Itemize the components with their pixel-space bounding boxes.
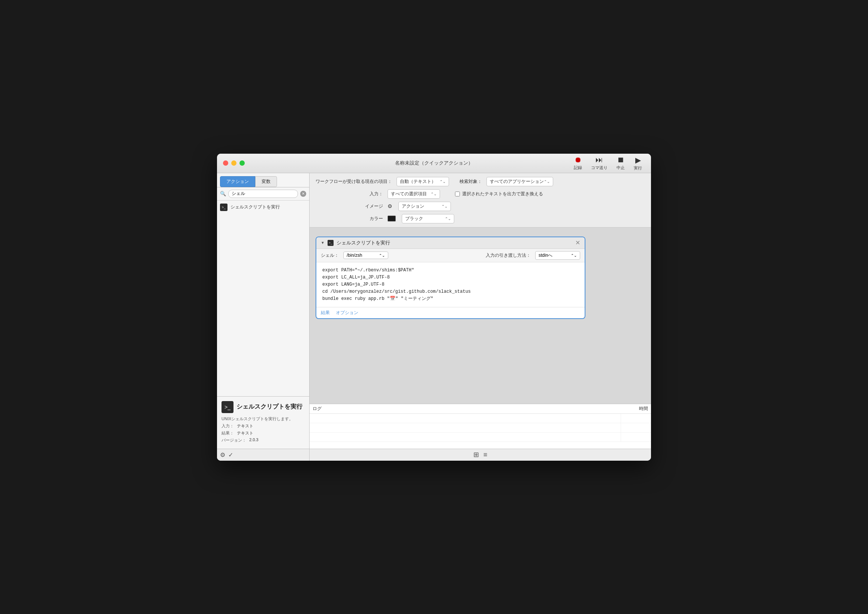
- shell-chevron: ⌃⌄: [379, 253, 385, 257]
- log-label: ログ: [313, 406, 618, 412]
- script-config-row: シェル： /bin/zsh ⌃⌄ 入力の引き渡し方法： stdinへ ⌃⌄: [316, 249, 585, 262]
- search-bar: 🔍 ✕: [217, 188, 309, 200]
- input-value: テキスト: [237, 423, 253, 429]
- config-row-4: カラー ブラック ⌃⌄: [316, 214, 645, 223]
- record-label: 記録: [574, 165, 582, 171]
- version-label: バージョン：: [222, 437, 246, 443]
- sidebar-tabs: アクション 変数: [217, 173, 309, 188]
- minimize-button[interactable]: [231, 160, 237, 166]
- config-row-3: イメージ ⚙ アクション ⌃⌄: [316, 202, 645, 211]
- input-method-value: stdinへ: [539, 252, 552, 259]
- log-row-2: [310, 423, 651, 433]
- title-bar: 名称未設定（クイックアクション） ⏺ 記録 ⏭ コマ送り ⏹ 中止 ▶ 実行: [217, 154, 651, 173]
- log-header: ログ 時間: [310, 404, 651, 414]
- tab-variables[interactable]: 変数: [255, 176, 277, 187]
- input-method-select[interactable]: stdinへ ⌃⌄: [535, 251, 580, 260]
- maximize-button[interactable]: [239, 160, 245, 166]
- workflow-label: ワークフローが受け取る現在の項目：: [316, 178, 392, 185]
- log-cell-3: [310, 433, 621, 442]
- input-config-label: 入力：: [316, 191, 383, 197]
- block-close-button[interactable]: ✕: [575, 240, 580, 246]
- search-input[interactable]: [228, 190, 298, 198]
- step-icon: ⏭: [595, 155, 603, 164]
- image-label: イメージ: [316, 203, 383, 209]
- stop-button[interactable]: ⏹ 中止: [614, 154, 628, 172]
- info-icon-text: >_: [225, 404, 231, 410]
- time-cell-3: [621, 433, 651, 442]
- search-result-label: シェルスクリプトを実行: [231, 204, 280, 210]
- info-title: シェルスクリプトを実行: [237, 403, 302, 411]
- color-chevron: ⌃⌄: [445, 217, 451, 221]
- shell-select[interactable]: /bin/zsh ⌃⌄: [343, 251, 388, 259]
- search-target-select[interactable]: すべてのアプリケーション ⌃⌄: [487, 177, 553, 186]
- block-toggle[interactable]: ▼: [321, 241, 325, 245]
- check-button[interactable]: ✓: [228, 451, 233, 459]
- workflow-select[interactable]: 自動（テキスト） ⌃⌄: [397, 177, 449, 186]
- search-target-chevron: ⌃⌄: [544, 180, 550, 184]
- tab-actions[interactable]: アクション: [220, 176, 255, 187]
- log-cell-1: [310, 414, 621, 423]
- input-method-chevron: ⌃⌄: [571, 253, 577, 257]
- script-editor[interactable]: export PATH="~/.rbenv/shims:$PATH" expor…: [316, 262, 585, 307]
- info-version-row: バージョン： 2.0.3: [222, 437, 305, 443]
- info-panel: >_ シェルスクリプトを実行 UNIXシェルスクリプトを実行します。 入力： テ…: [217, 396, 309, 449]
- close-button[interactable]: [223, 160, 228, 166]
- input-label: 入力：: [222, 423, 234, 429]
- record-button[interactable]: ⏺ 記録: [571, 154, 585, 172]
- step-button[interactable]: ⏭ コマ送り: [588, 154, 611, 172]
- result-value: テキスト: [237, 430, 253, 436]
- input-config-chevron: ⌃⌄: [431, 192, 437, 196]
- main-window: 名称未設定（クイックアクション） ⏺ 記録 ⏭ コマ送り ⏹ 中止 ▶ 実行: [217, 154, 651, 460]
- input-method-label: 入力の引き渡し方法：: [486, 252, 531, 259]
- version-value: 2.0.3: [249, 437, 258, 443]
- window-controls: [223, 160, 245, 166]
- script-block-header: ▼ >_ シェルスクリプトを実行 ✕: [316, 237, 585, 249]
- image-value: アクション: [402, 203, 424, 209]
- main-area: アクション 変数 🔍 ✕ >_ シェルスクリプトを実行: [217, 173, 651, 460]
- log-area: ログ 時間: [310, 404, 651, 449]
- color-swatch: [388, 216, 396, 222]
- status-bar: ⊞ ≡: [310, 449, 651, 460]
- input-config-select[interactable]: すべての選択項目 ⌃⌄: [388, 189, 440, 198]
- record-icon: ⏺: [574, 155, 582, 164]
- time-label: 時間: [618, 406, 648, 412]
- result-tab[interactable]: 結果: [321, 310, 330, 316]
- result-icon: >_: [220, 203, 228, 211]
- color-select[interactable]: ブラック ⌃⌄: [402, 214, 454, 223]
- config-bar: ワークフローが受け取る現在の項目： 自動（テキスト） ⌃⌄ 検索対象： すべての…: [310, 173, 651, 228]
- options-tab[interactable]: オプション: [336, 310, 358, 316]
- clear-search-button[interactable]: ✕: [300, 191, 306, 197]
- color-label: カラー: [316, 216, 383, 222]
- code-line4: cd /Users/morygonzalez/src/gist.github.c…: [322, 289, 471, 294]
- right-panel: ワークフローが受け取る現在の項目： 自動（テキスト） ⌃⌄ 検索対象： すべての…: [310, 173, 651, 460]
- block-title: シェルスクリプトを実行: [336, 240, 572, 246]
- info-header: >_ シェルスクリプトを実行: [222, 401, 305, 413]
- stop-icon: ⏹: [617, 155, 625, 164]
- toolbar: ⏺ 記録 ⏭ コマ送り ⏹ 中止 ▶ 実行: [571, 154, 645, 172]
- replace-checkbox-wrapper: 選択されたテキストを出力で置き換える: [455, 191, 543, 197]
- grid-view-button[interactable]: ⊞: [473, 451, 479, 459]
- image-chevron: ⌃⌄: [442, 204, 448, 208]
- image-select[interactable]: アクション ⌃⌄: [398, 202, 451, 211]
- config-row-2: 入力： すべての選択項目 ⌃⌄ 選択されたテキストを出力で置き換える: [316, 189, 645, 198]
- search-result-item[interactable]: >_ シェルスクリプトを実行: [217, 202, 309, 212]
- log-row-3: [310, 433, 651, 442]
- info-icon: >_: [222, 401, 234, 413]
- sidebar-bottom-bar: ⚙ ✓: [217, 449, 309, 460]
- block-icon: >_: [327, 240, 333, 246]
- result-label: 結果：: [222, 430, 234, 436]
- run-button[interactable]: ▶ 実行: [631, 154, 645, 172]
- workflow-value: 自動（テキスト）: [400, 178, 436, 185]
- replace-checkbox[interactable]: [455, 192, 460, 197]
- workflow-area: ▼ >_ シェルスクリプトを実行 ✕ シェル： /bin/zsh ⌃⌄ 入力の引…: [310, 228, 651, 404]
- code-line2: export LC_ALL=ja_JP.UTF-8: [322, 275, 390, 280]
- time-cell-2: [621, 423, 651, 432]
- input-config-value: すべての選択項目: [391, 191, 427, 197]
- step-label: コマ送り: [591, 165, 608, 171]
- list-view-button[interactable]: ≡: [484, 451, 488, 459]
- replace-label: 選択されたテキストを出力で置き換える: [462, 191, 543, 197]
- sidebar: アクション 変数 🔍 ✕ >_ シェルスクリプトを実行: [217, 173, 310, 460]
- search-icon: 🔍: [220, 191, 226, 197]
- config-row-1: ワークフローが受け取る現在の項目： 自動（テキスト） ⌃⌄ 検索対象： すべての…: [316, 177, 645, 186]
- gear-button[interactable]: ⚙: [220, 451, 225, 459]
